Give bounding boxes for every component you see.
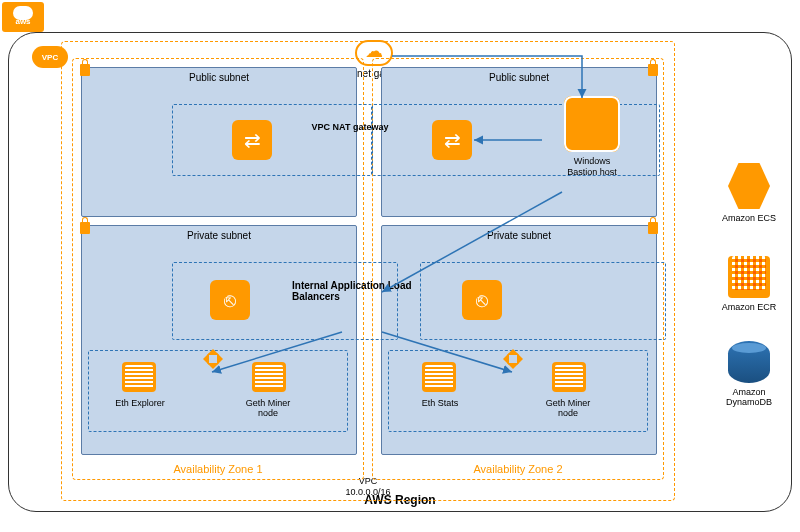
ddb-label: Amazon DynamoDB: [719, 387, 779, 409]
service-dynamodb: Amazon DynamoDB: [719, 341, 779, 409]
az1-label: Availability Zone 1: [173, 463, 262, 475]
load-balancer-zone-2: [420, 262, 666, 340]
private-subnet-label: Private subnet: [187, 230, 251, 241]
eth-stats-label: Eth Stats: [410, 398, 470, 408]
service-ecs: Amazon ECS: [722, 163, 776, 224]
lock-icon: [80, 222, 90, 234]
aws-services-panel: Amazon ECS Amazon ECR Amazon DynamoDB: [719, 163, 779, 408]
geth-miner-label: Geth Miner node: [538, 398, 598, 418]
nat-gateway-icon: ⇄: [232, 120, 272, 160]
autoscale-icon: [502, 348, 524, 370]
nat-zone-1: [172, 104, 372, 176]
ecs-label: Amazon ECS: [722, 213, 776, 224]
bastion-label-2: Bastion host: [542, 167, 642, 178]
ecs-icon: [728, 163, 770, 209]
container-icon: [122, 362, 156, 392]
container-icon: [422, 362, 456, 392]
lock-icon: [648, 64, 658, 76]
service-ecr: Amazon ECR: [722, 252, 777, 313]
container-icon: [552, 362, 586, 392]
dynamodb-icon: [728, 341, 770, 383]
az2-label: Availability Zone 2: [473, 463, 562, 475]
autoscale-icon: [202, 348, 224, 370]
aws-cloud-boundary: AWS Region VPC VPC 10.0.0.0/16 Internet …: [8, 32, 792, 512]
ecr-icon: [728, 256, 770, 298]
load-balancer-label: Internal Application Load Balancers: [292, 280, 422, 302]
ec2-instance-icon: [564, 96, 620, 152]
vpc-boundary: VPC VPC 10.0.0.0/16 Internet gateway Ava…: [61, 41, 675, 501]
public-subnet-label: Public subnet: [489, 72, 549, 83]
lock-icon: [80, 64, 90, 76]
load-balancer-icon: ⎋: [210, 280, 250, 320]
aws-logo: aws: [2, 2, 44, 32]
bastion-label-1: Windows: [542, 156, 642, 167]
geth-miner-label: Geth Miner node: [238, 398, 298, 418]
ecr-label: Amazon ECR: [722, 302, 777, 313]
nat-gateway-icon: ⇄: [432, 120, 472, 160]
lock-icon: [648, 222, 658, 234]
container-icon: [252, 362, 286, 392]
vpc-badge: VPC: [32, 46, 68, 68]
eth-explorer-label: Eth Explorer: [110, 398, 170, 408]
private-subnet-label: Private subnet: [487, 230, 551, 241]
bastion-host: Windows Bastion host: [542, 96, 642, 190]
load-balancer-icon: ⎋: [462, 280, 502, 320]
aws-logo-text: aws: [15, 17, 30, 26]
public-subnet-label: Public subnet: [189, 72, 249, 83]
nat-label: VPC NAT gateway: [310, 122, 390, 132]
